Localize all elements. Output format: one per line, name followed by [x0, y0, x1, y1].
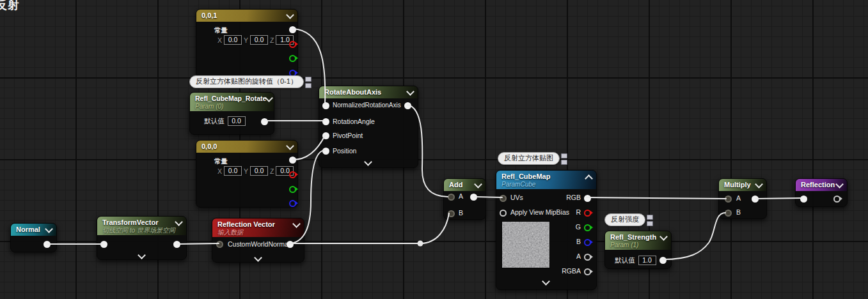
pin-input-a[interactable] [725, 195, 732, 203]
bubble-grid-icon[interactable] [647, 221, 653, 226]
pin-output-vector[interactable] [287, 241, 294, 248]
pin-output-g[interactable] [584, 224, 591, 231]
node-constant-000[interactable]: 0,0,0 常量 X 0.0 Y 0.0 Z 0.0 [196, 140, 298, 208]
node-header[interactable]: TransformVector 切线空间 to 世界场景空间 [97, 217, 186, 235]
pin-output-g[interactable] [289, 186, 296, 193]
pin-output-g[interactable] [289, 55, 296, 62]
chevron-down-icon[interactable] [286, 142, 294, 150]
pin-output-result[interactable] [404, 102, 411, 109]
bubble-pin-icon[interactable] [647, 215, 653, 220]
node-header[interactable]: Normal [11, 224, 56, 236]
chevron-down-icon[interactable] [835, 180, 844, 188]
default-value-field[interactable]: 1.0 [638, 256, 656, 265]
pin-input-rotation-angle[interactable] [322, 118, 329, 125]
chevron-down-icon[interactable] [292, 220, 301, 228]
node-header[interactable]: Refl_CubeMap_Rotate Param (0) [190, 93, 274, 111]
node-multiply[interactable]: Multiply A B [718, 178, 767, 219]
pin-output-b[interactable] [584, 239, 591, 246]
pin-output-r[interactable] [289, 171, 296, 178]
chevron-down-icon[interactable] [265, 94, 274, 102]
node-title: Reflection Vector [217, 220, 275, 229]
wire-strength-to-multiply-b[interactable] [663, 213, 725, 259]
node-header[interactable]: RotateAboutAxis [319, 86, 418, 98]
node-header[interactable]: Refl_CubeMap ParamCube [496, 171, 596, 189]
x-value-field[interactable]: 0.0 [224, 166, 242, 176]
node-header[interactable]: 0,0,1 [196, 10, 297, 22]
bubble-grid-icon[interactable] [561, 160, 567, 165]
pin-input-normalized-rotation-axis[interactable] [322, 102, 329, 109]
wire-junction-dot[interactable] [418, 241, 423, 247]
node-reflection-vector[interactable]: Reflection Vector 输入数据 CustomWorldNormal [212, 218, 304, 263]
node-header[interactable]: Refl_Strength Param (1) [605, 231, 671, 250]
pin-output-r[interactable] [289, 41, 296, 48]
chevron-up-icon[interactable] [585, 174, 593, 183]
node-header[interactable]: Reflection [796, 179, 847, 191]
chevron-down-icon[interactable] [175, 218, 183, 226]
node-title: Multiply [724, 181, 751, 189]
node-constant-001[interactable]: 0,0,1 常量 X 0.0 Y 0.0 Z 1.0 [196, 9, 298, 77]
node-reflection-reroute[interactable]: Reflection [795, 178, 848, 207]
node-header[interactable]: Reflection Vector 输入数据 [212, 218, 304, 237]
pin-input-position[interactable] [322, 148, 329, 155]
node-header[interactable]: 0,0,0 [196, 141, 297, 153]
y-value-field[interactable]: 0.0 [250, 166, 268, 176]
pin-input-value[interactable] [800, 195, 807, 203]
default-value-field[interactable]: 0.0 [228, 116, 246, 126]
pin-output-b[interactable] [289, 200, 296, 207]
node-header[interactable]: Multiply [719, 179, 766, 191]
graph-canvas[interactable]: 反射 0,0,1 常量 X 0.0 Y 0.0 Z 1.0 Refl_CubeM… [0, 0, 868, 299]
comment-bubble-rotate[interactable]: 反射立方体贴图的旋转值（0-1） [189, 75, 304, 88]
wire-rgb-to-multiply-a[interactable] [587, 197, 726, 199]
pin-output-rgb[interactable] [289, 26, 296, 33]
chevron-down-icon[interactable] [755, 180, 763, 188]
pin-output-value[interactable] [43, 241, 51, 248]
node-refl-cubemap-rotate[interactable]: Refl_CubeMap_Rotate Param (0) 默认值 0.0 [189, 92, 274, 135]
bubble-pin-icon[interactable] [561, 153, 567, 158]
chevron-down-icon[interactable] [364, 158, 372, 166]
node-refl-cubemap[interactable]: Refl_CubeMap ParamCube UVs Apply View Mi… [496, 170, 597, 290]
pin-input-apply-view-mipbias[interactable] [500, 210, 507, 217]
node-refl-strength[interactable]: Refl_Strength Param (1) 默认值 1.0 [604, 231, 672, 269]
node-title: Refl_Strength [610, 233, 656, 241]
node-rotate-about-axis[interactable]: RotateAboutAxis NormalizedRotationAxis R… [319, 86, 418, 168]
pin-output-result[interactable] [470, 194, 477, 201]
chevron-down-icon[interactable] [45, 225, 53, 233]
comment-bubble-cubemap[interactable]: 反射立方体贴图 [498, 152, 560, 165]
pin-output-result[interactable] [752, 195, 759, 203]
pin-input-pivot-point[interactable] [322, 132, 329, 139]
x-value-field[interactable]: 0.0 [224, 35, 242, 45]
node-header[interactable]: Add [444, 179, 485, 191]
pin-input-a[interactable] [448, 194, 455, 201]
pin-input-b[interactable] [725, 210, 732, 217]
chevron-down-icon[interactable] [286, 11, 294, 19]
pin-output-r[interactable] [584, 210, 591, 217]
pin-output-value[interactable] [833, 195, 840, 203]
comment-bubble-strength[interactable]: 反射强度 [604, 213, 645, 226]
pin-input-uvs[interactable] [500, 195, 507, 202]
bubble-grid-icon[interactable] [305, 83, 312, 88]
cubemap-texture-preview[interactable] [501, 221, 550, 268]
chevron-down-icon[interactable] [138, 251, 146, 259]
chevron-down-icon[interactable] [474, 180, 482, 188]
chevron-down-icon[interactable] [659, 233, 668, 241]
pin-input-custom-world-normal[interactable] [216, 241, 223, 248]
pin-output-a[interactable] [584, 254, 591, 261]
node-normal[interactable]: Normal [10, 223, 57, 252]
node-transform-vector[interactable]: TransformVector 切线空间 to 世界场景空间 [97, 216, 187, 260]
pin-output-rgb[interactable] [584, 195, 591, 202]
node-subtitle: Param (1) [610, 241, 656, 249]
pin-input-b[interactable] [448, 210, 455, 217]
chevron-down-icon[interactable] [542, 277, 550, 286]
pin-output-value[interactable] [659, 257, 667, 264]
comment-text: 反射立方体贴图的旋转值（0-1） [196, 77, 297, 85]
pin-input-vector[interactable] [100, 241, 107, 248]
bubble-pin-icon[interactable] [305, 77, 312, 82]
node-add[interactable]: Add A B [443, 178, 486, 220]
pin-output-rgb[interactable] [289, 157, 296, 164]
pin-output-value[interactable] [261, 118, 268, 125]
pin-output-rgba[interactable] [584, 268, 591, 275]
chevron-down-icon[interactable] [406, 88, 414, 96]
pin-output-vector[interactable] [173, 241, 180, 248]
chevron-down-icon[interactable] [254, 254, 262, 262]
y-value-field[interactable]: 0.0 [250, 35, 268, 45]
